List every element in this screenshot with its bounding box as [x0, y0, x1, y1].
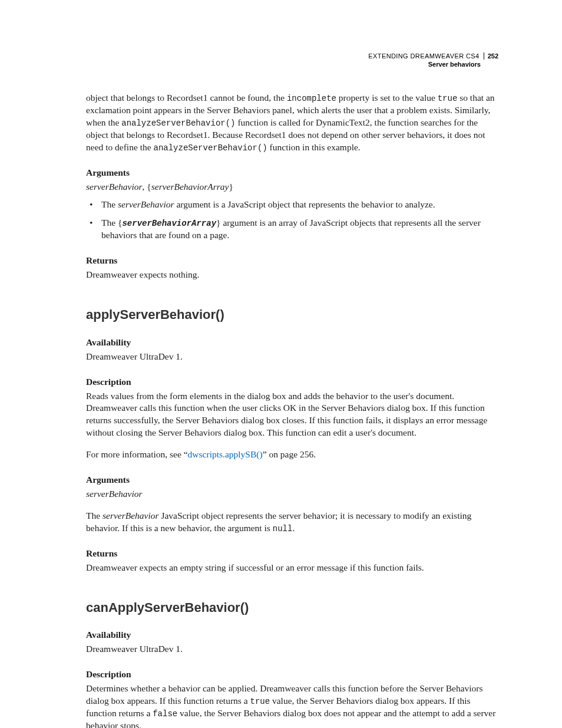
- text-run: ” on page 256.: [263, 449, 316, 459]
- list-item: The serverBehavior argument is a JavaScr…: [95, 199, 498, 211]
- text-run: .: [292, 523, 295, 533]
- arg-name: serverBehavior: [103, 510, 159, 521]
- code-inline: false: [153, 709, 177, 719]
- text-run: The: [101, 199, 118, 209]
- header-line-1: EXTENDING DREAMWEAVER CS4 252: [368, 52, 498, 60]
- arguments-signature: serverBehavior, {serverBehaviorArray}: [86, 181, 498, 193]
- text-run: }: [216, 218, 220, 228]
- availability-label: Availability: [86, 629, 498, 641]
- availability-text: Dreamweaver UltraDev 1.: [86, 643, 498, 655]
- link-dwscripts-applysb[interactable]: dwscripts.applySB(): [188, 449, 263, 459]
- returns-text: Dreamweaver expects nothing.: [86, 269, 498, 281]
- code-inline: analyzeServerBehavior(): [153, 143, 267, 153]
- page: EXTENDING DREAMWEAVER CS4 252 Server beh…: [0, 0, 562, 728]
- arg-name: serverBehavior: [86, 489, 143, 499]
- description-label: Description: [86, 376, 498, 388]
- list-item: The {serverBehaviorArray} argument is an…: [95, 217, 498, 242]
- text-run: object that belongs to Recordset1 cannot…: [86, 93, 287, 103]
- arguments-label: Arguments: [86, 474, 498, 486]
- text-run: For more information, see “: [86, 449, 188, 459]
- text-run: The: [86, 510, 103, 521]
- text-run: property is set to the value: [336, 93, 438, 103]
- code-inline: true: [438, 94, 458, 103]
- more-info: For more information, see “dwscripts.app…: [86, 449, 498, 461]
- description-text: Reads values from the form elements in t…: [86, 390, 498, 440]
- description-label: Description: [86, 668, 498, 681]
- header-section: Server behaviors: [368, 60, 481, 68]
- intro-paragraph: object that belongs to Recordset1 cannot…: [86, 92, 498, 154]
- returns-label: Returns: [86, 548, 498, 560]
- page-content: object that belongs to Recordset1 cannot…: [86, 92, 498, 728]
- arguments-list: The serverBehavior argument is a JavaScr…: [86, 199, 498, 242]
- running-title: EXTENDING DREAMWEAVER CS4: [368, 52, 479, 60]
- arguments-label: Arguments: [86, 167, 498, 179]
- text-run: }: [229, 182, 233, 192]
- availability-text: Dreamweaver UltraDev 1.: [86, 351, 498, 363]
- heading-applyserverbehavior: applyServerBehavior(): [86, 306, 498, 324]
- heading-canapplyserverbehavior: canApplyServerBehavior(): [86, 599, 498, 617]
- code-inline: true: [250, 697, 270, 706]
- description-text: Determines whether a behavior can be app…: [86, 683, 498, 728]
- code-arg: serverBehaviorArray: [122, 219, 216, 228]
- page-header: EXTENDING DREAMWEAVER CS4 252 Server beh…: [368, 52, 498, 69]
- code-inline: incomplete: [287, 94, 336, 103]
- code-inline: null: [273, 524, 293, 533]
- text-run: argument is a JavaScript object that rep…: [174, 199, 435, 209]
- arguments-signature: serverBehavior: [86, 488, 498, 500]
- page-number: 252: [484, 52, 498, 60]
- arg-name: serverBehaviorArray: [151, 182, 229, 192]
- text-run: The: [101, 218, 118, 228]
- text-run: function in this example.: [267, 142, 361, 152]
- availability-label: Availability: [86, 337, 498, 349]
- returns-label: Returns: [86, 255, 498, 267]
- code-inline: analyzeServerBehavior(): [121, 118, 235, 128]
- arg-name: serverBehavior: [118, 199, 174, 209]
- text-run: , {: [143, 182, 151, 192]
- arg-name: serverBehavior: [86, 182, 143, 192]
- arguments-paragraph: The serverBehavior JavaScript object rep…: [86, 510, 498, 535]
- returns-text: Dreamweaver expects an empty string if s…: [86, 562, 498, 574]
